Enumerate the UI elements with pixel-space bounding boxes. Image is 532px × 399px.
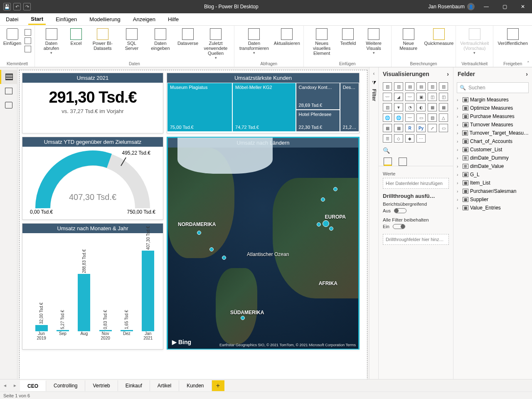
viz-type-icon[interactable]: ▥ [394, 82, 403, 91]
expand-icon[interactable]: › [457, 98, 461, 102]
page-tab[interactable]: CEO [20, 380, 46, 391]
dataverse-button[interactable]: Dataverse [177, 27, 199, 47]
expand-icon[interactable]: › [457, 164, 461, 169]
viz-type-icon[interactable]: 🌐 [383, 113, 392, 122]
viz-type-icon[interactable]: 🌐 [394, 113, 403, 122]
treemap-cell[interactable]: Candoxy Kont…28,69 Tsd.€ [296, 83, 340, 110]
expand-icon[interactable]: › [457, 131, 461, 135]
fields-tab[interactable] [384, 158, 392, 166]
viz-type-icon[interactable]: ▥ [383, 82, 392, 91]
menu-start[interactable]: Start [28, 14, 46, 25]
treemap-cell[interactable]: Möbel-Meller KG274,72 Tsd.€ [232, 83, 296, 132]
expand-icon[interactable]: › [457, 189, 461, 194]
report-canvas[interactable]: Umsatz 2021 291,30 Tsd.€ vs. 37,27 Tsd.€… [19, 70, 367, 380]
paste-button[interactable]: Einfügen [2, 27, 23, 47]
avatar-icon[interactable]: 👤 [467, 3, 475, 10]
maximize-button[interactable]: ▢ [495, 0, 514, 13]
field-table-row[interactable]: ›▦Purchase Measures [455, 112, 530, 121]
formatpainter-button[interactable] [25, 46, 31, 52]
fields-search[interactable]: 🔍 Suchen [457, 82, 529, 93]
textbox-button[interactable]: Textfeld [338, 27, 358, 47]
viz-type-icon[interactable]: ◔ [405, 103, 414, 111]
viz-type-icon[interactable]: ◫ [439, 93, 448, 101]
field-table-row[interactable]: ›▦Customer_List [455, 145, 530, 154]
expand-icon[interactable]: › [457, 156, 461, 160]
expand-icon[interactable]: › [457, 206, 461, 210]
field-table-row[interactable]: ›▦Turnover_Target_Measu… [455, 129, 530, 137]
field-table-row[interactable]: ›▦Value_Entries [455, 204, 530, 212]
new-measure-button[interactable]: Neue Measure [393, 27, 424, 52]
recent-sources-button[interactable]: Zuletzt verwendete Quellen▾ [199, 27, 232, 61]
kpi-visual[interactable]: Umsatz 2021 291,30 Tsd.€ vs. 37,27 Tsd.€… [22, 73, 163, 133]
enterdata-button[interactable]: Daten eingeben [144, 27, 177, 52]
expand-icon[interactable]: › [457, 114, 461, 119]
viz-type-icon[interactable]: 〰 [405, 93, 414, 101]
viz-type-icon[interactable]: ▧ [428, 113, 437, 122]
field-table-row[interactable]: ›▦Purchaser/Salesman [455, 187, 530, 195]
field-table-row[interactable]: ›▦Margin Measures [455, 96, 530, 104]
cross-report-toggle[interactable]: Aus [383, 207, 449, 215]
sql-button[interactable]: SQL Server [119, 27, 144, 52]
menu-anzeigen[interactable]: Anzeigen [131, 15, 158, 24]
field-table-row[interactable]: ›▦Optimize Measures [455, 104, 530, 112]
viz-type-icon[interactable]: ☰ [383, 134, 392, 143]
viz-type-icon[interactable]: ▥ [383, 103, 392, 111]
page-tab[interactable]: Artikel [150, 380, 179, 391]
viz-type-icon[interactable]: ⤢ [428, 124, 437, 132]
next-page-button[interactable]: ► [10, 383, 20, 388]
field-table-row[interactable]: ›▦Turnover Measures [455, 121, 530, 129]
pbi-datasets-button[interactable]: Power BI-Datasets [86, 27, 119, 52]
viz-type-icon[interactable]: ▦ [383, 124, 392, 132]
field-table-row[interactable]: ›⊞dimDate_Value [455, 162, 530, 170]
field-table-row[interactable]: ›▦Supplier [455, 195, 530, 204]
viz-type-icon[interactable]: ◆ [405, 134, 414, 143]
excel-button[interactable]: Excel [66, 27, 86, 47]
expand-icon[interactable]: › [457, 106, 461, 111]
save-icon[interactable]: 💾 [3, 3, 11, 10]
transform-button[interactable]: Daten transformieren▾ [236, 27, 272, 56]
treemap-visual[interactable]: Umsatzstärkste Kunden Museum Plagiatus75… [167, 73, 360, 133]
viz-type-icon[interactable]: 〰 [383, 93, 392, 101]
close-button[interactable]: ✕ [514, 0, 532, 13]
new-visual-button[interactable]: Neues visuelles Element [305, 27, 338, 57]
treemap-cell[interactable]: Des…21,2… [340, 83, 359, 132]
keep-filters-toggle[interactable]: Ein [383, 222, 449, 231]
page-tab[interactable]: Einkauf [118, 380, 150, 391]
prev-page-button[interactable]: ◄ [0, 383, 10, 388]
treemap-cell[interactable]: Hotel Pferdesee22,30 Tsd.€ [296, 110, 340, 132]
data-view-button[interactable] [0, 84, 17, 98]
viz-type-icon[interactable]: R [405, 124, 414, 132]
treemap-cell[interactable]: Museum Plagiatus75,00 Tsd.€ [167, 83, 232, 132]
drillthrough-dropwell[interactable]: Drillthroughfelder hier hinz… [383, 234, 449, 245]
field-table-row[interactable]: ›▦Chart_of_Accounts [455, 137, 530, 145]
redo-icon[interactable]: ↷ [23, 3, 31, 10]
chevron-right-icon[interactable]: › [526, 71, 528, 77]
viz-type-icon[interactable]: 〰 [405, 113, 414, 122]
chevron-left-icon[interactable]: ‹ [373, 71, 375, 76]
map-visual[interactable]: Umsatz nach Ländern NORDAMERIKA EUROPA A… [167, 137, 360, 350]
add-page-button[interactable]: + [212, 380, 224, 391]
expand-icon[interactable]: › [457, 181, 461, 185]
menu-datei[interactable]: Datei [3, 15, 21, 24]
refresh-button[interactable]: Aktualisieren [272, 27, 302, 47]
expand-icon[interactable]: › [457, 148, 461, 152]
copy-button[interactable] [25, 37, 31, 44]
more-visuals-button[interactable]: Weitere Visuals▾ [358, 27, 389, 56]
expand-icon[interactable]: › [457, 139, 461, 144]
publish-button[interactable]: Veröffentlichen [495, 27, 530, 47]
viz-type-icon[interactable]: ▦ [394, 124, 403, 132]
viz-type-icon[interactable]: ▭ [416, 113, 426, 122]
menu-einfuegen[interactable]: Einfügen [53, 15, 79, 24]
viz-type-icon[interactable]: ▣ [416, 93, 426, 101]
viz-type-icon[interactable]: ▭ [439, 124, 448, 132]
viz-type-icon[interactable]: ◢ [394, 93, 403, 101]
ribbon-collapse-icon[interactable]: ˄ [527, 61, 530, 66]
chevron-right-icon[interactable]: › [447, 71, 449, 77]
filter-pane-collapsed[interactable]: ‹ ⧩ Filter [369, 67, 378, 382]
cut-button[interactable] [25, 29, 31, 36]
viz-type-icon[interactable]: Py [416, 124, 426, 132]
viz-type-icon[interactable]: ▦ [428, 103, 437, 111]
page-tab[interactable]: Vertrieb [85, 380, 118, 391]
viz-type-icon[interactable]: ▦ [439, 103, 448, 111]
report-view-button[interactable] [0, 70, 17, 84]
